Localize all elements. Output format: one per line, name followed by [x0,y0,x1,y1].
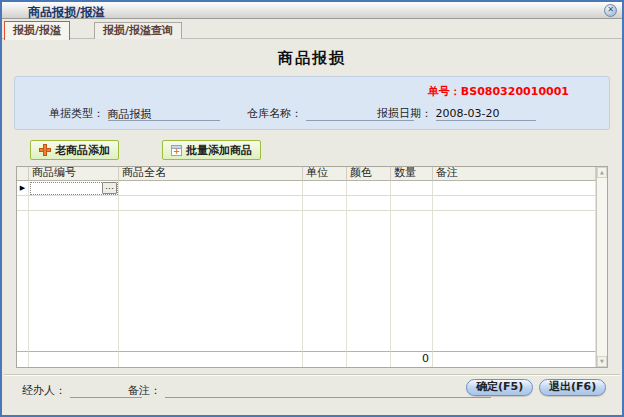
summary-qty: 0 [391,351,433,367]
scroll-up-icon[interactable]: ▲ [597,167,607,178]
add-batch-goods-label: 批量添加商品 [186,143,252,158]
lookup-ellipsis-button[interactable]: … [102,182,117,194]
goods-table: 商品编号 商品全名 单位 颜色 数量 备注 ▶ … [16,166,608,368]
header-color: 颜色 [347,167,391,181]
date-field: 报损日期： 2008-03-20 [377,106,536,121]
header-unit: 单位 [303,167,347,181]
tab-strip: 报损/报溢 报损/报溢查询 [2,20,622,39]
exit-button[interactable]: 退出(F6) [539,379,606,396]
note-cell[interactable] [433,181,596,196]
remark-input[interactable] [165,384,491,398]
title-bar: 商品报损/报溢 ✕ [2,2,622,19]
tab-damage-query[interactable]: 报损/报溢查询 [94,22,182,39]
doc-type-label: 单据类型： [49,107,104,120]
doc-no-value: BS080320010001 [461,85,569,98]
scroll-down-icon[interactable]: ▼ [597,356,607,367]
confirm-button[interactable]: 确定(F5) [466,379,533,396]
color-cell[interactable] [347,181,391,196]
plus-icon [39,144,51,156]
table-row [17,196,596,211]
doc-type-input[interactable]: 商品报损 [108,107,220,121]
date-input[interactable]: 2008-03-20 [436,107,536,121]
table-empty-area [17,211,596,351]
table-summary-row: 0 [17,351,596,367]
page-title: 商品报损 [2,49,622,68]
add-old-goods-label: 老商品添加 [55,143,110,158]
date-label: 报损日期： [377,107,432,120]
batch-add-icon: + [171,145,182,156]
handler-field: 经办人： [22,383,142,398]
header-goods-name: 商品全名 [119,167,303,181]
header-selector [17,167,29,181]
document-header-panel: 单号：BS080320010001 单据类型： 商品报损 仓库名称： 报损日期：… [14,76,610,130]
header-qty: 数量 [391,167,433,181]
tab-page: 商品报损 单号：BS080320010001 单据类型： 商品报损 仓库名称： … [2,40,622,415]
doc-type-field: 单据类型： 商品报损 [49,106,220,121]
add-old-goods-button[interactable]: 老商品添加 [30,140,119,160]
footer-divider [4,374,620,376]
table-header-row: 商品编号 商品全名 单位 颜色 数量 备注 [17,167,596,181]
add-batch-goods-button[interactable]: + 批量添加商品 [162,140,261,160]
window-title: 商品报损/报溢 [28,4,104,21]
remark-field: 备注： [128,383,491,398]
goods-name-cell[interactable] [119,181,303,196]
table-scrollbar[interactable]: ▲ ▼ [596,167,607,367]
row-marker-icon: ▶ [17,181,29,196]
unit-cell[interactable] [303,181,347,196]
doc-no-label: 单号： [428,85,461,98]
handler-label: 经办人： [22,384,66,397]
qty-cell[interactable] [391,181,433,196]
doc-no: 单号：BS080320010001 [428,84,569,99]
tab-damage-report[interactable]: 报损/报溢 [4,21,70,40]
header-goods-code: 商品编号 [29,167,119,181]
close-icon[interactable]: ✕ [604,4,617,17]
remark-label: 备注： [128,384,161,397]
warehouse-label: 仓库名称： [247,107,302,120]
table-row: ▶ … [17,181,596,196]
goods-code-cell[interactable]: … [29,181,119,196]
app-window: 商品报损/报溢 ✕ 报损/报溢 报损/报溢查询 商品报损 单号：BS080320… [0,0,624,417]
header-note: 备注 [433,167,596,181]
